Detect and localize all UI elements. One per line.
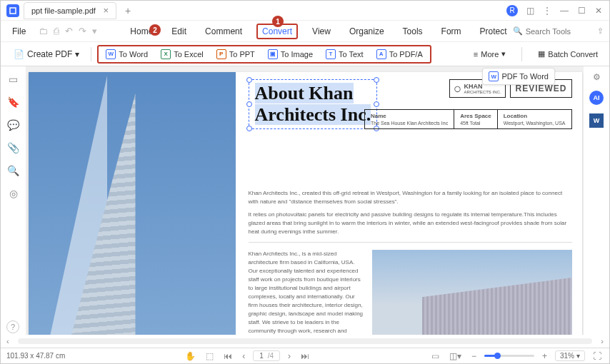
view-mode-1-icon[interactable]: ▭ — [429, 351, 441, 361]
batch-icon: ▦ — [538, 49, 545, 59]
right-sidebar: ⚙ AI W — [584, 66, 609, 335]
selection-handle[interactable] — [246, 126, 252, 131]
ribbon-tab-organize[interactable]: Organize — [345, 24, 389, 39]
horizontal-scrollbar: ‹ › — [1, 335, 609, 348]
divider — [91, 47, 91, 61]
chevron-down-icon: ▾ — [576, 352, 580, 360]
ribbon-tab-edit[interactable]: Edit — [167, 24, 191, 39]
redo-icon[interactable]: ↷ — [79, 26, 86, 36]
ribbon-tab-view[interactable]: View — [308, 24, 335, 39]
app-logo-icon — [6, 4, 19, 17]
create-pdf-button[interactable]: 📄 Create PDF ▾ — [8, 47, 85, 61]
search-panel-icon[interactable]: 🔍 — [8, 165, 19, 176]
document-tab[interactable]: ppt file-sample.pdf × — [24, 2, 116, 19]
document-canvas[interactable]: W PDF To Word About KhanArchitects Inc. — [26, 66, 584, 335]
new-tab-button[interactable]: + — [121, 5, 135, 16]
convert-to-text-button[interactable]: TTo Text — [321, 48, 368, 61]
to-excel-icon: X — [161, 49, 171, 59]
to-image-icon: ▣ — [268, 49, 278, 59]
convert-to-ppt-button[interactable]: PTo PPT — [212, 48, 259, 61]
cloud-icon[interactable]: ⇪ — [597, 26, 604, 36]
next-page-icon[interactable]: › — [286, 351, 293, 361]
search-tools[interactable]: 🔍 — [513, 26, 590, 36]
bookmarks-icon[interactable]: 🔖 — [8, 96, 19, 108]
search-input[interactable] — [526, 27, 590, 36]
ribbon-tab-form[interactable]: Form — [437, 24, 466, 39]
close-window-icon[interactable]: ✕ — [594, 6, 604, 16]
to-word-icon: W — [106, 49, 116, 59]
left-sidebar: ▭ 🔖 💬 📎 🔍 ◎ — [1, 66, 26, 335]
comments-icon[interactable]: 💬 — [8, 119, 19, 131]
convert-to-word-button[interactable]: WTo Word — [101, 48, 152, 61]
ribbon-tab-comment[interactable]: Comment — [201, 24, 246, 39]
panel-icon[interactable]: ◫ — [525, 6, 535, 16]
first-page-icon[interactable]: ⏮ — [221, 351, 234, 361]
undo-icon[interactable]: ↶ — [65, 26, 73, 36]
fullscreen-icon[interactable]: ⛶ — [591, 351, 604, 361]
open-icon[interactable]: 🗀 — [39, 26, 48, 36]
selection-handle[interactable] — [246, 77, 252, 83]
paragraph: Khan Architects Inc., is a mid-sized arc… — [249, 250, 364, 335]
thumbnails-icon[interactable]: ▭ — [8, 74, 19, 85]
page-indicator[interactable]: 1 /4 — [253, 350, 280, 361]
pdf-page: About KhanArchitects Inc. ◯ KHAN ARCHITE… — [29, 72, 582, 335]
settings-icon[interactable]: ⚙ — [593, 72, 601, 82]
attachments-icon[interactable]: 📎 — [8, 142, 19, 153]
logo-mark-icon: ◯ — [454, 86, 461, 92]
info-cell: Ares Space45ft Total — [454, 110, 498, 128]
selection-handle[interactable] — [374, 101, 379, 107]
ai-badge-icon[interactable]: AI — [589, 91, 604, 105]
ribbon-tabs: HomeEditCommentConvertViewOrganizeToolsF… — [126, 24, 511, 39]
annotation-badge-2: 2 — [149, 24, 161, 36]
prev-page-icon[interactable]: ‹ — [240, 351, 247, 361]
layers-icon[interactable]: ◎ — [8, 188, 19, 199]
ribbon-tab-tools[interactable]: Tools — [399, 24, 427, 39]
hand-tool-icon[interactable]: ✋ — [183, 351, 198, 361]
convert-to-excel-button[interactable]: XTo Excel — [156, 48, 208, 61]
more-button[interactable]: ≡ More ▾ — [469, 48, 510, 60]
word-icon: W — [489, 71, 499, 81]
scroll-right-icon[interactable]: › — [601, 337, 604, 345]
file-menu[interactable]: File — [6, 26, 31, 36]
word-badge-icon[interactable]: W — [589, 113, 604, 128]
help-icon[interactable]: ? — [6, 320, 19, 333]
menu-dots-icon[interactable]: ⋮ — [542, 6, 552, 16]
divider — [521, 47, 522, 61]
selection-handle[interactable] — [246, 101, 252, 107]
close-tab-icon[interactable]: × — [103, 5, 109, 16]
info-cell: LocationWestport, Washington, USA — [498, 110, 571, 128]
annotation-badge-1: 1 — [272, 16, 284, 27]
scrollbar-track[interactable] — [18, 338, 593, 344]
maximize-icon[interactable]: ☐ — [576, 6, 586, 16]
selected-text-block[interactable]: About KhanArchitects Inc. — [249, 79, 378, 129]
scroll-left-icon[interactable]: ‹ — [6, 337, 9, 345]
convert-toolbar: 📄 Create PDF ▾ WTo WordXTo ExcelPTo PPT▣… — [1, 42, 609, 66]
convert-buttons-group: WTo WordXTo ExcelPTo PPT▣To ImageTTo Tex… — [97, 45, 431, 64]
save-icon[interactable]: ▾ — [92, 26, 97, 36]
print-icon[interactable]: ⎙ — [54, 26, 59, 36]
to-text-icon: T — [326, 49, 336, 59]
batch-convert-button[interactable]: ▦ Batch Convert — [534, 48, 602, 60]
document-title: About KhanArchitects Inc. — [255, 83, 371, 126]
user-avatar[interactable]: R — [506, 5, 518, 16]
convert-to-pdf/a-button[interactable]: ATo PDF/A — [372, 48, 427, 61]
info-cell: NameThe Sea House Klan Architects Inc — [365, 110, 454, 128]
paragraph: Khan Architects Inc., created this off-g… — [249, 189, 572, 206]
selection-handle[interactable] — [374, 77, 379, 83]
chevron-down-icon: ▾ — [75, 49, 79, 59]
last-page-icon[interactable]: ⏭ — [299, 351, 311, 361]
zoom-slider[interactable] — [484, 355, 534, 357]
convert-to-image-button[interactable]: ▣To Image — [264, 48, 317, 61]
ribbon-tab-protect[interactable]: Protect — [476, 24, 511, 39]
zoom-readout[interactable]: 31% ▾ — [555, 350, 585, 361]
zoom-in-icon[interactable]: + — [540, 351, 549, 361]
chevron-down-icon: ▾ — [501, 49, 506, 59]
minimize-icon[interactable]: — — [559, 6, 569, 16]
main-area: ▭ 🔖 💬 📎 🔍 ◎ W PDF To Word — [1, 66, 609, 335]
zoom-out-icon[interactable]: − — [469, 351, 479, 361]
select-tool-icon[interactable]: ⬚ — [204, 351, 216, 361]
view-mode-2-icon[interactable]: ◫▾ — [447, 351, 464, 361]
pdf-to-word-floating-button[interactable]: W PDF To Word — [482, 68, 555, 85]
to-ppt-icon: P — [216, 49, 226, 59]
info-table: NameThe Sea House Klan Architects IncAre… — [364, 109, 572, 129]
